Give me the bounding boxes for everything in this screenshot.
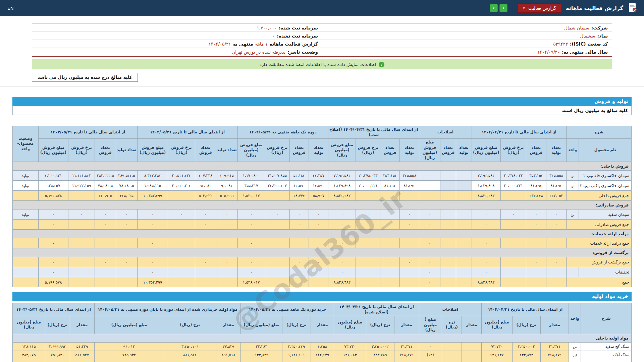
cell (440, 171, 456, 181)
column-header: از ابتدای سال مالی تا تاریخ ۱۴۰۴/۰۴/۳۱ (… (328, 126, 419, 139)
table-row: ۰۰۰۰۰۰۰۰۰۰۰۰۰۰۰۰ (13, 359, 632, 362)
cell (500, 267, 526, 277)
cell: ۰ (472, 220, 500, 230)
cell: ۰ (195, 209, 216, 220)
cell: ۰ (328, 267, 356, 277)
cell (400, 267, 419, 277)
company-info-left-column: سرمایه ثبت شده: ۱,۷۰۰,۰۰۰سرمایه ثبت نشده… (32, 24, 322, 56)
cell: ۰ (237, 220, 265, 230)
cell: ۰ (328, 220, 356, 230)
section-row: فروش داخلی: (13, 162, 632, 171)
cell: ۰ (546, 220, 567, 230)
report-type-dropdown[interactable]: گزارش فعالیت ▼ (518, 3, 561, 13)
cell (289, 238, 309, 248)
cell: ۴۶۸,۰۲۵ (116, 191, 137, 201)
cell: ۵۴,۱۸۴ (289, 171, 309, 181)
cell: ۸۳۳,۷۸۹ (366, 351, 394, 359)
cell: ۰ (309, 220, 328, 230)
cell: ۰ (472, 238, 500, 248)
cell: ۳۵۳,۱۵۴ (380, 171, 400, 181)
cell (68, 238, 95, 248)
cell: ۰ (38, 238, 68, 248)
info-label: کد صنعت (ISIC): (570, 41, 608, 47)
column-header: مبلغ (میلیون ریال) (334, 316, 366, 334)
cell (546, 277, 567, 287)
signed-data-banner-text: اطلاعات نمایش داده شده با اطلاعات امضا ش… (260, 62, 376, 67)
cell (13, 220, 39, 230)
cell: ۱۱,۹۲۲,۱۵۹ (68, 181, 95, 191)
cell: ۰ (116, 209, 137, 220)
section-header-raw-materials: خرید مواد اولیه (12, 292, 632, 301)
cell: ۰ (394, 359, 419, 362)
cell (68, 277, 95, 287)
cell: جمع درآمد ارائه خدمات (566, 238, 631, 248)
info-value: سیمان شمال (564, 25, 589, 31)
column-header: مقدار (216, 316, 241, 334)
column-header: نام محصول (579, 139, 632, 162)
cell: فروش داخلی: (13, 162, 632, 171)
cell: تن (566, 209, 579, 220)
table-row: سنگ گچ سفیدتن۲۱,۳۷۱۳,۴۵۰,۰۰۲۷۳,۷۳۰۰۲۱,۳۷… (13, 342, 632, 351)
cell: ۰ (95, 209, 116, 220)
cell: ۸,۸۲۶,۴۸۲ (472, 191, 500, 201)
cell: سنگ آهک (581, 351, 632, 359)
cell (440, 267, 456, 277)
report-document-icon (628, 2, 637, 14)
cell: ۰ (38, 209, 68, 220)
cell (456, 267, 472, 277)
cell: ۲۱,۳۷۱ (394, 342, 419, 351)
language-toggle-link[interactable]: EN (7, 6, 14, 11)
cell: ۸,۳۶۷,۳۸۴ (137, 171, 168, 181)
cell: ۰ (216, 220, 237, 230)
section-row: مواد اولیه داخلی (13, 334, 632, 342)
topbar: گزارش فعالیت ماهانه گزارش فعالیت ▼ ‹ › E… (0, 0, 644, 16)
next-report-button[interactable]: › (499, 4, 507, 12)
cell: ۰ (419, 181, 440, 191)
cell: ۸,۸۲۶,۴۸۲ (328, 277, 356, 287)
cell: ۰ (311, 359, 334, 362)
table-row: جمع برگشت از فروش۰۰۰۰۰۰۰۰۰۰۰۰۰۰۰۰ (13, 257, 632, 267)
cell: ۸۱,۴۹۴ (380, 181, 400, 191)
cell: ۰ (265, 209, 289, 220)
column-header: نرخ فروش (ریال) (265, 139, 289, 162)
cell: ۱۴,۵۹۰ (309, 181, 328, 191)
cell: ۳۸۹,۵۴۴.۵ (116, 171, 137, 181)
info-value: ۱,۷۰۰,۰۰۰ (257, 25, 277, 31)
cell (195, 277, 216, 287)
column-header: اصلاحات (419, 126, 472, 139)
cell (168, 238, 195, 248)
chevron-down-icon: ▼ (523, 6, 525, 10)
column-header: از ابتدای سال مالی تا تاریخ ۱۴۰۴/۰۵/۳۱ (137, 126, 237, 139)
cell: ۰ (289, 220, 309, 230)
cell: سیمان خاکستری پاکتی تیپ ۲ (579, 181, 632, 191)
column-header: واحد (569, 303, 581, 334)
cell (462, 342, 481, 351)
cell: جمع فروش داخلی (566, 191, 631, 201)
cell (68, 257, 95, 267)
cell: ۰ (38, 220, 68, 230)
cell: مواد اولیه داخلی (13, 334, 632, 342)
column-header: مبلغ فروش (میلیون ریال) (137, 139, 168, 162)
table-row: جمع فروش صادراتی۰۰۰۰۰۰۰۰۰۰۰۰۰۰۰۰ (13, 220, 632, 230)
cell (440, 209, 456, 220)
cell: ۲۷,۸۲۹ (216, 342, 241, 351)
cell: ۰ (400, 209, 419, 220)
cell (526, 238, 546, 248)
info-label: سال مالی منتهی به: (562, 49, 608, 55)
cell (168, 277, 195, 287)
company-info-row: وضعیت ناشر: پذیرفته شده در بورس تهران (32, 48, 322, 56)
cell: ۰ (419, 359, 442, 362)
table-unit-note: کلیه مبالغ به میلیون ریال است (12, 106, 632, 115)
cell: ۰ (95, 359, 164, 362)
cell (195, 238, 216, 248)
cell: ۰ (328, 238, 356, 248)
cell: ۰ (13, 359, 45, 362)
cell: ۳,۴۵۰,۱۰۶ (164, 342, 216, 351)
cell (356, 267, 380, 277)
cell: ۰ (419, 171, 440, 181)
company-info: شرکت: سیمان شمالنماد: سشمالکد صنعت (ISIC… (32, 23, 612, 57)
cell (168, 257, 195, 267)
info-value: سشمال (580, 33, 595, 39)
cell: تن (569, 351, 581, 359)
prev-report-button[interactable]: ‹ (490, 4, 498, 12)
